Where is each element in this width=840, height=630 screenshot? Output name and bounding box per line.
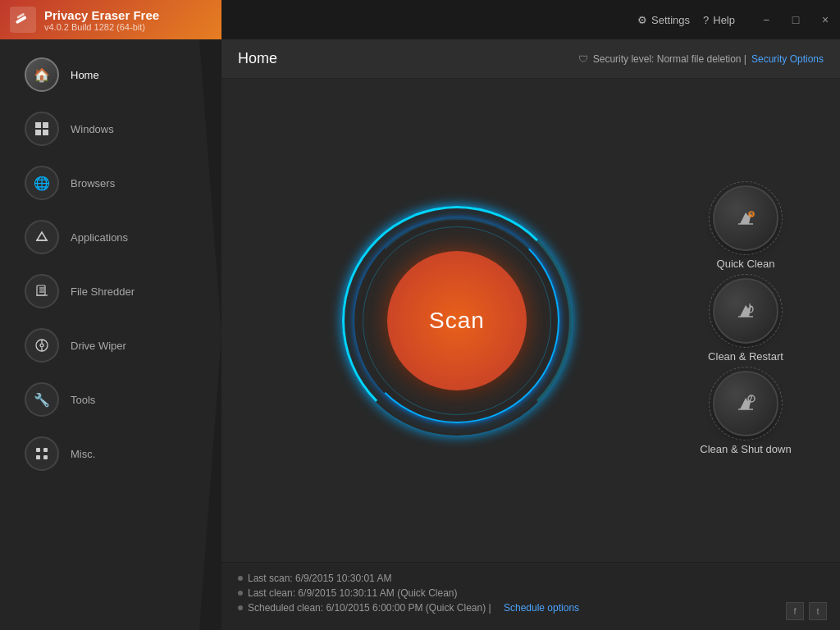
- settings-icon: ⚙: [637, 14, 647, 26]
- browsers-icon: 🌐: [25, 166, 59, 200]
- security-info: 🛡 Security level: Normal file deletion |…: [578, 53, 824, 65]
- sidebar-item-file-shredder[interactable]: File Shredder: [0, 264, 221, 318]
- maximize-button[interactable]: □: [781, 0, 810, 39]
- file-shredder-icon: [25, 274, 59, 308]
- scheduled-clean-status: Scheduled clean: 6/10/2015 6:00:00 PM (Q…: [238, 602, 824, 614]
- scan-button-container: Scan: [342, 206, 572, 436]
- right-panel: Quick Clean Clean & Restart: [676, 185, 824, 455]
- app-name: Privacy Eraser Free: [44, 8, 159, 22]
- minimize-button[interactable]: −: [751, 0, 781, 39]
- close-button[interactable]: ×: [810, 0, 840, 39]
- titlebar-controls: ⚙ Settings ? Help − □ ×: [621, 0, 840, 39]
- applications-icon: [25, 220, 59, 254]
- svg-point-13: [40, 344, 43, 347]
- logo-area: Privacy Eraser Free v4.0.2 Build 1282 (6…: [0, 0, 221, 39]
- svg-rect-17: [43, 448, 48, 452]
- settings-menu-item[interactable]: ⚙ Settings: [637, 14, 690, 26]
- clean-shutdown-label: Clean & Shut down: [700, 443, 791, 455]
- svg-rect-18: [36, 455, 40, 459]
- clean-shutdown-button[interactable]: [713, 371, 778, 436]
- sidebar-item-browsers[interactable]: 🌐 Browsers: [0, 156, 221, 210]
- windows-icon: [25, 112, 59, 146]
- sidebar-item-tools[interactable]: 🔧 Tools: [0, 372, 221, 427]
- sidebar-label-home: Home: [71, 69, 99, 81]
- titlebar-menu: ⚙ Settings ? Help: [621, 0, 751, 39]
- svg-rect-4: [35, 130, 41, 135]
- titlebar: Privacy Eraser Free v4.0.2 Build 1282 (6…: [0, 0, 840, 39]
- last-clean-text: Last clean: 6/9/2015 10:30:11 AM (Quick …: [248, 587, 458, 599]
- page-title: Home: [238, 50, 277, 67]
- window-buttons: − □ ×: [751, 0, 840, 39]
- quick-clean-button[interactable]: [713, 185, 778, 251]
- schedule-options-link[interactable]: Schedule options: [504, 602, 579, 614]
- quick-clean-label: Quick Clean: [717, 258, 775, 270]
- bullet-icon: [238, 576, 243, 581]
- misc-icon: [25, 436, 59, 471]
- shield-icon: 🛡: [578, 53, 588, 65]
- sidebar-label-misc: Misc.: [71, 448, 95, 460]
- home-icon: 🏠: [25, 57, 59, 92]
- bullet-icon-3: [238, 605, 243, 610]
- svg-rect-2: [35, 122, 41, 128]
- svg-point-20: [749, 212, 754, 217]
- svg-rect-3: [43, 122, 48, 128]
- sidebar-item-misc[interactable]: Misc.: [0, 427, 221, 481]
- main-panel: Home 🛡 Security level: Normal file delet…: [221, 39, 840, 630]
- sidebar-item-applications[interactable]: Applications: [0, 210, 221, 264]
- app-title-area: Privacy Eraser Free v4.0.2 Build 1282 (6…: [44, 8, 159, 32]
- security-level-text: Security level: Normal file deletion |: [593, 53, 746, 65]
- svg-rect-19: [43, 455, 48, 459]
- sidebar-item-home[interactable]: 🏠 Home: [0, 48, 221, 102]
- header-bar: Home 🛡 Security level: Normal file delet…: [221, 39, 840, 79]
- help-icon: ?: [703, 14, 709, 26]
- scheduled-clean-text: Scheduled clean: 6/10/2015 6:00:00 PM (Q…: [248, 602, 491, 614]
- footer-social: f t: [786, 602, 827, 620]
- sidebar-label-drive-wiper: Drive Wiper: [71, 340, 126, 352]
- svg-point-21: [748, 395, 755, 402]
- bullet-icon-2: [238, 591, 243, 596]
- svg-rect-5: [43, 130, 48, 135]
- clean-restart-button[interactable]: [713, 278, 778, 344]
- clean-shutdown-action[interactable]: Clean & Shut down: [700, 371, 791, 455]
- help-menu-item[interactable]: ? Help: [703, 14, 735, 26]
- sidebar: 🏠 Home Windows 🌐 Browsers: [0, 39, 221, 630]
- sidebar-label-tools: Tools: [71, 394, 95, 406]
- drive-wiper-icon: [25, 328, 59, 363]
- tools-icon: 🔧: [25, 382, 59, 417]
- sidebar-label-applications: Applications: [71, 231, 128, 244]
- content: 🏠 Home Windows 🌐 Browsers: [0, 39, 840, 630]
- sidebar-item-windows[interactable]: Windows: [0, 102, 221, 156]
- sidebar-item-drive-wiper[interactable]: Drive Wiper: [0, 318, 221, 372]
- sidebar-label-file-shredder: File Shredder: [71, 285, 135, 298]
- svg-rect-16: [36, 448, 40, 452]
- facebook-button[interactable]: f: [786, 602, 804, 620]
- logo-icon: [10, 7, 36, 33]
- last-scan-status: Last scan: 6/9/2015 10:30:01 AM: [238, 573, 824, 584]
- sidebar-label-browsers: Browsers: [71, 177, 115, 189]
- quick-clean-action[interactable]: Quick Clean: [713, 185, 778, 270]
- security-options-link[interactable]: Security Options: [751, 53, 824, 65]
- main-content: Scan Quick Clean: [221, 79, 840, 562]
- last-clean-status: Last clean: 6/9/2015 10:30:11 AM (Quick …: [238, 587, 824, 599]
- sidebar-label-windows: Windows: [71, 123, 114, 135]
- scan-button[interactable]: Scan: [387, 251, 527, 390]
- last-scan-text: Last scan: 6/9/2015 10:30:01 AM: [248, 573, 391, 584]
- clean-restart-label: Clean & Restart: [708, 350, 783, 363]
- status-bar: Last scan: 6/9/2015 10:30:01 AM Last cle…: [221, 562, 840, 630]
- app-version: v4.0.2 Build 1282 (64-bit): [44, 22, 159, 32]
- clean-restart-action[interactable]: Clean & Restart: [708, 278, 783, 363]
- scan-area: Scan: [238, 206, 676, 436]
- twitter-button[interactable]: t: [809, 602, 827, 620]
